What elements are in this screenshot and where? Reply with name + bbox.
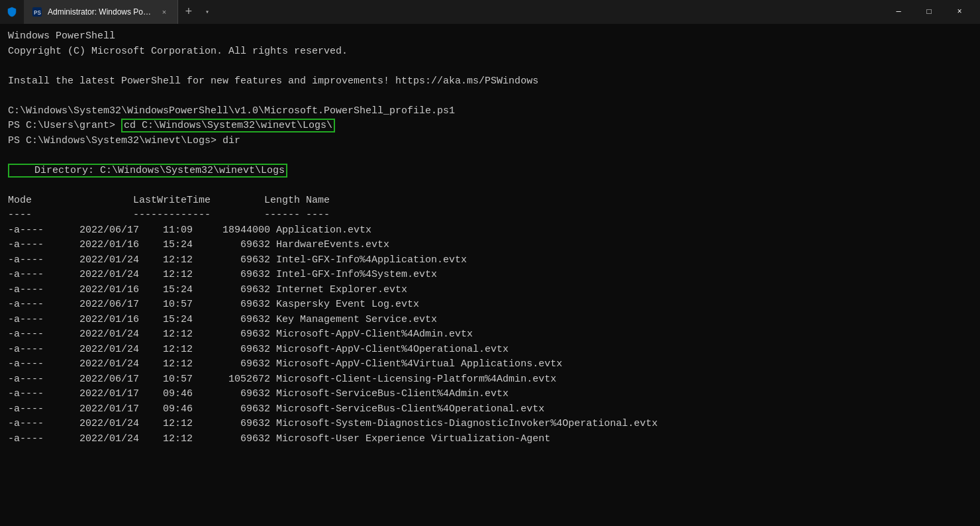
table-row: -a---- 2022/01/16 15:24 69632 Key Manage… xyxy=(8,313,972,328)
svg-text:PS: PS xyxy=(34,10,41,17)
table-row: -a---- 2022/01/24 12:12 69632 Microsoft-… xyxy=(8,432,972,447)
table-row: -a---- 2022/01/24 12:12 69632 Intel-GFX-… xyxy=(8,268,972,283)
shield-icon xyxy=(5,5,19,19)
minimize-button[interactable]: — xyxy=(883,0,914,24)
powershell-tab-icon: PS xyxy=(32,7,42,17)
table-row: -a---- 2022/01/16 15:24 69632 Internet E… xyxy=(8,283,972,298)
prompt1-text: PS C:\Users\grant> xyxy=(8,120,121,131)
table-row: -a---- 2022/01/24 12:12 69632 Microsoft-… xyxy=(8,357,972,372)
empty-line-3 xyxy=(8,148,972,164)
table-row: -a---- 2022/01/17 09:46 69632 Microsoft-… xyxy=(8,387,972,402)
tab-area: PS Administrator: Windows PowerShell × +… xyxy=(24,0,215,24)
close-button[interactable]: × xyxy=(944,0,975,24)
line-profile-path: C:\Windows\System32\WindowsPowerShell\v1… xyxy=(8,104,972,119)
new-tab-button[interactable]: + xyxy=(178,0,199,24)
line-ps-header: Windows PowerShell xyxy=(8,29,972,44)
directory-path-highlighted: Directory: C:\Windows\System32\winevt\Lo… xyxy=(8,164,287,178)
file-list: -a---- 2022/06/17 11:09 18944000 Applica… xyxy=(8,223,972,447)
line-prompt1: PS C:\Users\grant> cd C:\Windows\System3… xyxy=(8,119,972,134)
table-row: -a---- 2022/01/24 12:12 69632 Microsoft-… xyxy=(8,342,972,358)
title-bar-controls: — □ × xyxy=(883,0,975,24)
line-copyright: Copyright (C) Microsoft Corporation. All… xyxy=(8,44,972,60)
maximize-button[interactable]: □ xyxy=(914,0,944,24)
empty-line-2 xyxy=(8,89,972,104)
dir-col-headers: Mode LastWriteTime Length Name xyxy=(8,193,972,209)
terminal-output[interactable]: Windows PowerShell Copyright (C) Microso… xyxy=(0,24,980,526)
empty-line-1 xyxy=(8,59,972,74)
table-row: -a---- 2022/01/16 15:24 69632 HardwareEv… xyxy=(8,238,972,253)
line-install-msg: Install the latest PowerShell for new fe… xyxy=(8,74,972,89)
table-row: -a---- 2022/06/17 10:57 69632 Kaspersky … xyxy=(8,297,972,313)
table-row: -a---- 2022/06/17 10:57 1052672 Microsof… xyxy=(8,372,972,388)
line-prompt2: PS C:\Windows\System32\winevt\Logs> dir xyxy=(8,134,972,149)
title-bar-left: PS Administrator: Windows PowerShell × +… xyxy=(5,0,883,24)
tab-label: Administrator: Windows PowerShell xyxy=(48,7,154,17)
empty-line-4 xyxy=(8,178,972,193)
table-row: -a---- 2022/01/17 09:46 69632 Microsoft-… xyxy=(8,402,972,417)
tab-dropdown-button[interactable]: ▾ xyxy=(199,0,215,24)
title-bar: PS Administrator: Windows PowerShell × +… xyxy=(0,0,980,24)
dir-col-dashes: ---- ------------- ------ ---- xyxy=(8,208,972,223)
active-tab[interactable]: PS Administrator: Windows PowerShell × xyxy=(24,0,178,24)
table-row: -a---- 2022/01/24 12:12 69632 Microsoft-… xyxy=(8,327,972,342)
table-row: -a---- 2022/06/17 11:09 18944000 Applica… xyxy=(8,223,972,238)
tab-close-button[interactable]: × xyxy=(159,7,170,17)
highlighted-command: cd C:\Windows\System32\winevt\Logs\ xyxy=(121,119,335,132)
table-row: -a---- 2022/01/24 12:12 69632 Intel-GFX-… xyxy=(8,253,972,268)
line-dir-header: Directory: C:\Windows\System32\winevt\Lo… xyxy=(8,164,972,179)
powershell-window: PS Administrator: Windows PowerShell × +… xyxy=(0,0,980,526)
table-row: -a---- 2022/01/24 12:12 69632 Microsoft-… xyxy=(8,417,972,432)
